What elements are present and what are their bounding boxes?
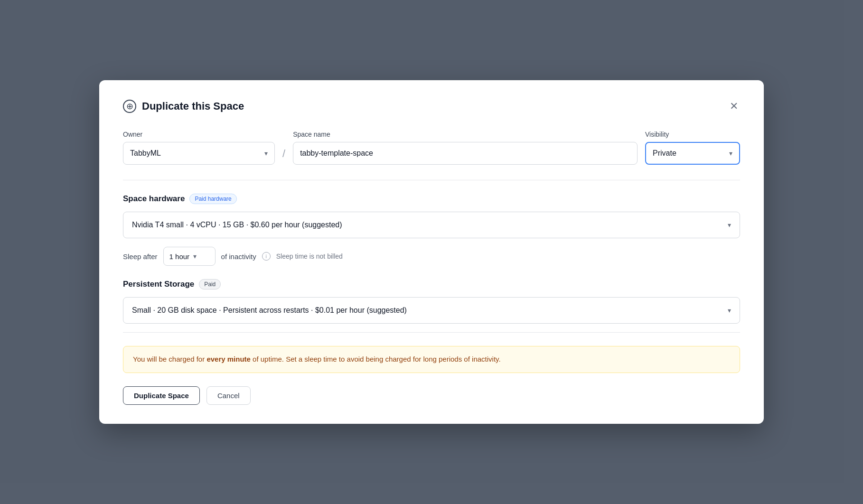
hardware-chevron-icon: ▾ [728,221,731,229]
sleep-chevron-icon: ▾ [193,252,197,260]
space-name-input[interactable] [293,142,638,165]
storage-badge: Paid [199,279,221,289]
title-group: ⊕ Duplicate this Space [123,100,244,113]
visibility-value: Private [653,149,676,158]
modal-dialog: ⊕ Duplicate this Space ✕ Owner TabbyML ▾… [99,80,764,424]
close-button[interactable]: ✕ [728,99,740,113]
hardware-value: Nvidia T4 small · 4 vCPU · 15 GB · $0.60… [132,221,342,229]
hardware-badge: Paid hardware [189,194,236,204]
inactivity-text: of inactivity [221,252,256,261]
modal-overlay: ⊕ Duplicate this Space ✕ Owner TabbyML ▾… [0,0,863,504]
visibility-label: Visibility [645,131,740,138]
sleep-row: Sleep after 1 hour ▾ of inactivity i Sle… [123,247,740,266]
storage-section-header: Persistent Storage Paid [123,279,740,289]
storage-value: Small · 20 GB disk space · Persistent ac… [132,306,407,315]
divider-1 [123,180,740,180]
visibility-chevron-icon: ▾ [729,149,732,157]
sleep-value: 1 hour [169,252,190,261]
warning-box: You will be charged for every minute of … [123,346,740,373]
sleep-billing-text: Sleep time is not billed [276,252,343,260]
visibility-group: Visibility Private ▾ [645,131,740,165]
visibility-select[interactable]: Private ▾ [645,142,740,165]
storage-title: Persistent Storage [123,280,194,289]
hardware-section-header: Space hardware Paid hardware [123,194,740,204]
warning-text-bold: every minute [206,355,251,363]
owner-chevron-icon: ▾ [264,149,268,157]
warning-text-before: You will be charged for [133,355,206,363]
sleep-select[interactable]: 1 hour ▾ [163,247,216,266]
storage-dropdown[interactable]: Small · 20 GB disk space · Persistent ac… [123,297,740,324]
cancel-button[interactable]: Cancel [206,386,251,405]
owner-select[interactable]: TabbyML ▾ [123,142,275,165]
owner-label: Owner [123,131,275,138]
owner-value: TabbyML [130,149,161,158]
modal-title: Duplicate this Space [142,100,244,112]
owner-spacename-row: Owner TabbyML ▾ / Space name Visibility … [123,131,740,165]
hardware-title: Space hardware [123,194,185,204]
modal-footer: Duplicate Space Cancel [123,386,740,405]
duplicate-space-button[interactable]: Duplicate Space [123,386,200,405]
warning-text-after: of uptime. Set a sleep time to avoid bei… [251,355,501,363]
storage-chevron-icon: ▾ [728,307,731,314]
owner-group: Owner TabbyML ▾ [123,131,275,165]
divider-2 [123,332,740,333]
hardware-dropdown[interactable]: Nvidia T4 small · 4 vCPU · 15 GB · $0.60… [123,212,740,238]
info-icon: i [262,252,271,261]
space-name-group: Space name [293,131,638,165]
space-name-label: Space name [293,131,638,138]
modal-header: ⊕ Duplicate this Space ✕ [123,99,740,113]
duplicate-icon: ⊕ [123,100,136,113]
sleep-label: Sleep after [123,252,158,261]
slash-divider: / [282,148,285,165]
